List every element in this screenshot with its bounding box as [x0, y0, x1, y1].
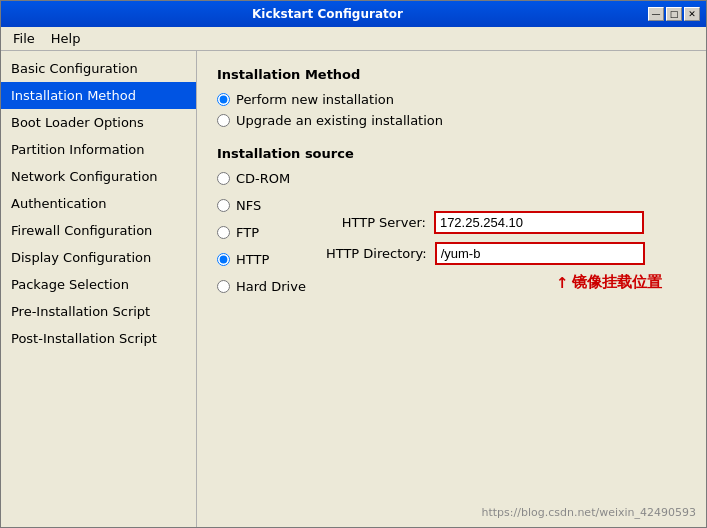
menu-file[interactable]: File	[5, 29, 43, 48]
sidebar-item-package-selection[interactable]: Package Selection	[1, 271, 196, 298]
sidebar-item-authentication[interactable]: Authentication	[1, 190, 196, 217]
radio-http-label: HTTP	[236, 252, 269, 267]
source-options-group: CD-ROM NFS FTP HTTP	[217, 171, 306, 300]
radio-cdrom: CD-ROM	[217, 171, 306, 186]
radio-new-installation-input[interactable]	[217, 93, 230, 106]
annotation-container: ↑ 镜像挂载位置	[556, 273, 686, 292]
sidebar-item-partition-information[interactable]: Partition Information	[1, 136, 196, 163]
radio-nfs-label: NFS	[236, 198, 261, 213]
sidebar-item-pre-installation-script[interactable]: Pre-Installation Script	[1, 298, 196, 325]
sidebar-item-post-installation-script[interactable]: Post-Installation Script	[1, 325, 196, 352]
http-directory-label: HTTP Directory:	[326, 246, 427, 261]
minimize-button[interactable]: —	[648, 7, 664, 21]
http-directory-row: HTTP Directory:	[326, 242, 686, 265]
sidebar: Basic Configuration Installation Method …	[1, 51, 197, 527]
radio-http: HTTP	[217, 252, 306, 267]
sidebar-item-basic-configuration[interactable]: Basic Configuration	[1, 55, 196, 82]
annotation-arrow-icon: ↑	[556, 274, 569, 292]
sidebar-item-boot-loader-options[interactable]: Boot Loader Options	[1, 109, 196, 136]
installation-type-group: Perform new installation Upgrade an exis…	[217, 92, 686, 128]
annotation-label: 镜像挂载位置	[572, 273, 662, 292]
radio-hard-drive-input[interactable]	[217, 280, 230, 293]
installation-source-section: Installation source CD-ROM NFS	[217, 146, 686, 300]
sidebar-item-network-configuration[interactable]: Network Configuration	[1, 163, 196, 190]
content-area: Installation Method Perform new installa…	[197, 51, 706, 527]
radio-ftp-label: FTP	[236, 225, 259, 240]
server-config-panel: HTTP Server: HTTP Directory: ↑ 镜像挂载位置	[326, 171, 686, 292]
window-title: Kickstart Configurator	[7, 7, 648, 21]
radio-upgrade-installation: Upgrade an existing installation	[217, 113, 686, 128]
radio-http-input[interactable]	[217, 253, 230, 266]
radio-upgrade-installation-input[interactable]	[217, 114, 230, 127]
close-button[interactable]: ✕	[684, 7, 700, 21]
radio-cdrom-label: CD-ROM	[236, 171, 290, 186]
http-server-input[interactable]	[434, 211, 644, 234]
sidebar-item-display-configuration[interactable]: Display Configuration	[1, 244, 196, 271]
http-server-row: HTTP Server:	[326, 211, 686, 234]
radio-new-installation-label: Perform new installation	[236, 92, 394, 107]
radio-ftp-input[interactable]	[217, 226, 230, 239]
radio-ftp: FTP	[217, 225, 306, 240]
radio-new-installation: Perform new installation	[217, 92, 686, 107]
sidebar-item-installation-method[interactable]: Installation Method	[1, 82, 196, 109]
maximize-button[interactable]: □	[666, 7, 682, 21]
radio-hard-drive-label: Hard Drive	[236, 279, 306, 294]
http-directory-input[interactable]	[435, 242, 645, 265]
radio-cdrom-input[interactable]	[217, 172, 230, 185]
radio-hard-drive: Hard Drive	[217, 279, 306, 294]
sidebar-item-firewall-configuration[interactable]: Firewall Configuration	[1, 217, 196, 244]
main-window: Kickstart Configurator — □ ✕ File Help B…	[0, 0, 707, 528]
installation-method-title: Installation Method	[217, 67, 686, 82]
window-controls: — □ ✕	[648, 7, 700, 21]
radio-upgrade-installation-label: Upgrade an existing installation	[236, 113, 443, 128]
main-content: Basic Configuration Installation Method …	[1, 51, 706, 527]
radio-nfs-input[interactable]	[217, 199, 230, 212]
title-bar: Kickstart Configurator — □ ✕	[1, 1, 706, 27]
http-server-label: HTTP Server:	[326, 215, 426, 230]
menu-bar: File Help	[1, 27, 706, 51]
installation-source-title: Installation source	[217, 146, 686, 161]
radio-nfs: NFS	[217, 198, 306, 213]
menu-help[interactable]: Help	[43, 29, 89, 48]
